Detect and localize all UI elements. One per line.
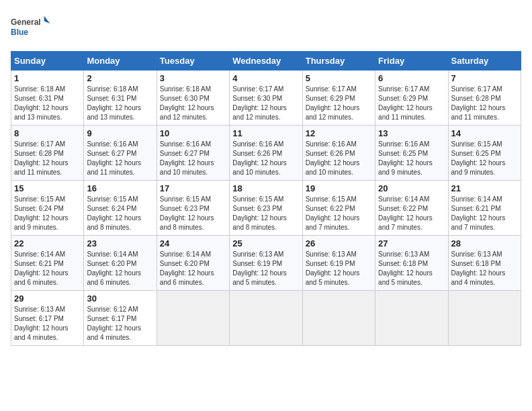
- calendar-cell: 4Sunrise: 6:17 AMSunset: 6:30 PMDaylight…: [230, 71, 302, 126]
- calendar-cell: [375, 291, 448, 346]
- day-number: 7: [451, 73, 518, 83]
- day-info: Sunrise: 6:17 AMSunset: 6:28 PMDaylight:…: [14, 140, 81, 177]
- calendar-cell: [230, 291, 302, 346]
- calendar-cell: 17Sunrise: 6:15 AMSunset: 6:23 PMDayligh…: [157, 181, 229, 236]
- day-number: 14: [451, 128, 518, 138]
- day-header-monday: Monday: [84, 52, 157, 71]
- calendar-cell: 24Sunrise: 6:14 AMSunset: 6:20 PMDayligh…: [157, 236, 229, 291]
- day-number: 12: [306, 128, 372, 138]
- svg-text:Blue: Blue: [11, 28, 28, 37]
- day-info: Sunrise: 6:13 AMSunset: 6:19 PMDaylight:…: [232, 250, 299, 287]
- calendar-cell: 5Sunrise: 6:17 AMSunset: 6:29 PMDaylight…: [302, 71, 375, 126]
- day-number: 10: [160, 128, 226, 138]
- calendar-week-2: 8Sunrise: 6:17 AMSunset: 6:28 PMDaylight…: [11, 126, 521, 181]
- day-number: 4: [232, 73, 299, 83]
- calendar-table: SundayMondayTuesdayWednesdayThursdayFrid…: [11, 51, 521, 346]
- calendar-cell: 1Sunrise: 6:18 AMSunset: 6:31 PMDaylight…: [11, 71, 84, 126]
- day-info: Sunrise: 6:14 AMSunset: 6:20 PMDaylight:…: [87, 250, 153, 287]
- calendar-cell: 27Sunrise: 6:13 AMSunset: 6:18 PMDayligh…: [375, 236, 448, 291]
- calendar-cell: 8Sunrise: 6:17 AMSunset: 6:28 PMDaylight…: [11, 126, 84, 181]
- day-number: 23: [87, 238, 153, 248]
- calendar-cell: 13Sunrise: 6:16 AMSunset: 6:25 PMDayligh…: [375, 126, 448, 181]
- day-header-wednesday: Wednesday: [230, 52, 302, 71]
- calendar-header: SundayMondayTuesdayWednesdayThursdayFrid…: [11, 52, 521, 71]
- calendar-cell: 28Sunrise: 6:13 AMSunset: 6:18 PMDayligh…: [448, 236, 521, 291]
- calendar-cell: 10Sunrise: 6:16 AMSunset: 6:27 PMDayligh…: [157, 126, 229, 181]
- day-number: 17: [160, 183, 226, 193]
- calendar-cell: 23Sunrise: 6:14 AMSunset: 6:20 PMDayligh…: [84, 236, 157, 291]
- day-info: Sunrise: 6:15 AMSunset: 6:24 PMDaylight:…: [87, 195, 153, 232]
- day-info: Sunrise: 6:18 AMSunset: 6:31 PMDaylight:…: [14, 85, 81, 122]
- day-info: Sunrise: 6:15 AMSunset: 6:23 PMDaylight:…: [232, 195, 299, 232]
- calendar-cell: 15Sunrise: 6:15 AMSunset: 6:24 PMDayligh…: [11, 181, 84, 236]
- day-info: Sunrise: 6:16 AMSunset: 6:25 PMDaylight:…: [378, 140, 445, 177]
- calendar-cell: 11Sunrise: 6:16 AMSunset: 6:26 PMDayligh…: [230, 126, 302, 181]
- day-info: Sunrise: 6:17 AMSunset: 6:28 PMDaylight:…: [451, 85, 518, 122]
- day-number: 28: [451, 238, 518, 248]
- calendar-cell: [157, 291, 229, 346]
- day-header-sunday: Sunday: [11, 52, 84, 71]
- day-info: Sunrise: 6:15 AMSunset: 6:22 PMDaylight:…: [306, 195, 372, 232]
- day-number: 20: [378, 183, 445, 193]
- calendar-cell: 9Sunrise: 6:16 AMSunset: 6:27 PMDaylight…: [84, 126, 157, 181]
- calendar-cell: 19Sunrise: 6:15 AMSunset: 6:22 PMDayligh…: [302, 181, 375, 236]
- svg-text:General: General: [11, 17, 41, 27]
- day-number: 6: [378, 73, 445, 83]
- day-number: 9: [87, 128, 153, 138]
- calendar-cell: 25Sunrise: 6:13 AMSunset: 6:19 PMDayligh…: [230, 236, 302, 291]
- calendar-week-1: 1Sunrise: 6:18 AMSunset: 6:31 PMDaylight…: [11, 71, 521, 126]
- day-number: 3: [160, 73, 226, 83]
- day-number: 21: [451, 183, 518, 193]
- day-number: 16: [87, 183, 153, 193]
- day-info: Sunrise: 6:16 AMSunset: 6:27 PMDaylight:…: [87, 140, 153, 177]
- calendar-cell: 22Sunrise: 6:14 AMSunset: 6:21 PMDayligh…: [11, 236, 84, 291]
- day-info: Sunrise: 6:16 AMSunset: 6:26 PMDaylight:…: [232, 140, 299, 177]
- calendar-cell: [448, 291, 521, 346]
- day-info: Sunrise: 6:15 AMSunset: 6:23 PMDaylight:…: [160, 195, 226, 232]
- day-info: Sunrise: 6:17 AMSunset: 6:30 PMDaylight:…: [232, 85, 299, 122]
- day-info: Sunrise: 6:13 AMSunset: 6:17 PMDaylight:…: [14, 305, 81, 342]
- calendar-week-4: 22Sunrise: 6:14 AMSunset: 6:21 PMDayligh…: [11, 236, 521, 291]
- calendar-body: 1Sunrise: 6:18 AMSunset: 6:31 PMDaylight…: [11, 71, 521, 346]
- day-number: 1: [14, 73, 81, 83]
- calendar-cell: 30Sunrise: 6:12 AMSunset: 6:17 PMDayligh…: [84, 291, 157, 346]
- day-number: 5: [306, 73, 372, 83]
- day-header-friday: Friday: [375, 52, 448, 71]
- header: General Blue: [11, 11, 521, 44]
- calendar-cell: 26Sunrise: 6:13 AMSunset: 6:19 PMDayligh…: [302, 236, 375, 291]
- day-info: Sunrise: 6:15 AMSunset: 6:24 PMDaylight:…: [14, 195, 81, 232]
- day-number: 27: [378, 238, 445, 248]
- day-number: 24: [160, 238, 226, 248]
- calendar-cell: 7Sunrise: 6:17 AMSunset: 6:28 PMDaylight…: [448, 71, 521, 126]
- day-number: 29: [14, 293, 81, 304]
- day-info: Sunrise: 6:16 AMSunset: 6:27 PMDaylight:…: [160, 140, 226, 177]
- day-number: 13: [378, 128, 445, 138]
- day-info: Sunrise: 6:16 AMSunset: 6:26 PMDaylight:…: [306, 140, 372, 177]
- logo: General Blue: [11, 11, 51, 44]
- day-number: 25: [232, 238, 299, 248]
- calendar-cell: 3Sunrise: 6:18 AMSunset: 6:30 PMDaylight…: [157, 71, 229, 126]
- calendar-cell: 21Sunrise: 6:14 AMSunset: 6:21 PMDayligh…: [448, 181, 521, 236]
- day-info: Sunrise: 6:13 AMSunset: 6:19 PMDaylight:…: [306, 250, 372, 287]
- day-info: Sunrise: 6:18 AMSunset: 6:30 PMDaylight:…: [160, 85, 226, 122]
- calendar-cell: 2Sunrise: 6:18 AMSunset: 6:31 PMDaylight…: [84, 71, 157, 126]
- calendar-cell: 12Sunrise: 6:16 AMSunset: 6:26 PMDayligh…: [302, 126, 375, 181]
- calendar-cell: 16Sunrise: 6:15 AMSunset: 6:24 PMDayligh…: [84, 181, 157, 236]
- day-info: Sunrise: 6:14 AMSunset: 6:21 PMDaylight:…: [451, 195, 518, 232]
- day-info: Sunrise: 6:15 AMSunset: 6:25 PMDaylight:…: [451, 140, 518, 177]
- day-number: 26: [306, 238, 372, 248]
- calendar-cell: 18Sunrise: 6:15 AMSunset: 6:23 PMDayligh…: [230, 181, 302, 236]
- day-number: 15: [14, 183, 81, 193]
- day-number: 22: [14, 238, 81, 248]
- calendar-cell: 6Sunrise: 6:17 AMSunset: 6:29 PMDaylight…: [375, 71, 448, 126]
- svg-marker-2: [44, 16, 50, 24]
- day-number: 18: [232, 183, 299, 193]
- day-info: Sunrise: 6:14 AMSunset: 6:22 PMDaylight:…: [378, 195, 445, 232]
- day-info: Sunrise: 6:12 AMSunset: 6:17 PMDaylight:…: [87, 305, 153, 342]
- day-info: Sunrise: 6:17 AMSunset: 6:29 PMDaylight:…: [306, 85, 372, 122]
- day-header-thursday: Thursday: [302, 52, 375, 71]
- day-info: Sunrise: 6:14 AMSunset: 6:21 PMDaylight:…: [14, 250, 81, 287]
- day-info: Sunrise: 6:18 AMSunset: 6:31 PMDaylight:…: [87, 85, 153, 122]
- day-header-tuesday: Tuesday: [157, 52, 229, 71]
- day-info: Sunrise: 6:13 AMSunset: 6:18 PMDaylight:…: [451, 250, 518, 287]
